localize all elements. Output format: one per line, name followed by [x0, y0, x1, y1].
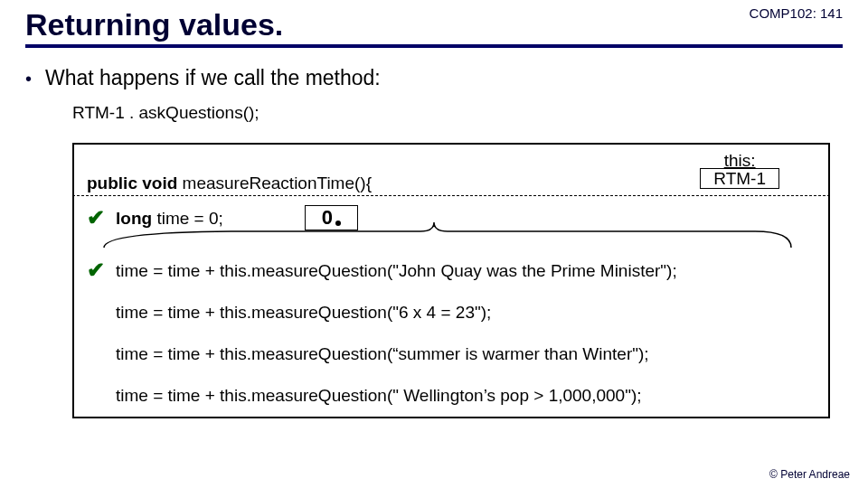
- method-name: measureReactionTime(){: [183, 174, 372, 192]
- statement-1: ✔ time = time + this.measureQuestion("Jo…: [87, 259, 816, 281]
- page-title: Returning values.: [25, 7, 843, 42]
- method-declaration: public void measureReactionTime(){: [87, 174, 372, 192]
- statement-text: time = time + this.measureQuestion(" Wel…: [116, 387, 642, 404]
- keyword-long: long: [116, 209, 152, 228]
- statement-text: time = time + this.measureQuestion("John…: [116, 262, 677, 279]
- copyright-footer: © Peter Andreae: [769, 468, 850, 481]
- bullet-item: • What happens if we call the method:: [25, 66, 843, 90]
- slide-content: • What happens if we call the method: RT…: [0, 48, 868, 418]
- value-box: 0: [305, 205, 358, 230]
- this-reference-block: this: RTM-1: [700, 152, 779, 189]
- keyword-void: void: [142, 174, 177, 192]
- variable-declaration-line: ✔ long time = 0; 0: [87, 200, 816, 236]
- statement-4: ✔ time = time + this.measureQuestion(" W…: [87, 384, 816, 406]
- method-signature-row: public void measureReactionTime(){ this:…: [87, 154, 816, 195]
- dot-icon: [335, 221, 341, 226]
- statement-text: time = time + this.measureQuestion(“summ…: [116, 345, 649, 362]
- decl-rest: time = 0;: [156, 209, 222, 228]
- code-container: public void measureReactionTime(){ this:…: [72, 143, 830, 418]
- checkmark-icon: ✔: [87, 207, 107, 229]
- value-text: 0: [322, 208, 333, 228]
- checkmark-icon: ✔: [87, 259, 107, 281]
- code-box: public void measureReactionTime(){ this:…: [72, 143, 830, 418]
- this-value-box: RTM-1: [700, 168, 779, 189]
- long-declaration: long time = 0;: [116, 210, 223, 227]
- dashed-separator: [72, 195, 830, 196]
- method-call-line: RTM-1 . askQuestions();: [72, 103, 843, 123]
- keyword-public: public: [87, 174, 137, 192]
- statement-2: ✔ time = time + this.measureQuestion("6 …: [87, 301, 816, 323]
- title-underline: [25, 44, 843, 48]
- slide-header: Returning values. COMP102: 141: [0, 0, 868, 48]
- bullet-dot-icon: •: [25, 69, 45, 89]
- course-code-badge: COMP102: 141: [750, 5, 843, 21]
- this-label: this:: [700, 152, 779, 169]
- statement-text: time = time + this.measureQuestion("6 x …: [116, 304, 491, 321]
- statement-3: ✔ time = time + this.measureQuestion(“su…: [87, 343, 816, 364]
- bullet-text: What happens if we call the method:: [45, 66, 381, 90]
